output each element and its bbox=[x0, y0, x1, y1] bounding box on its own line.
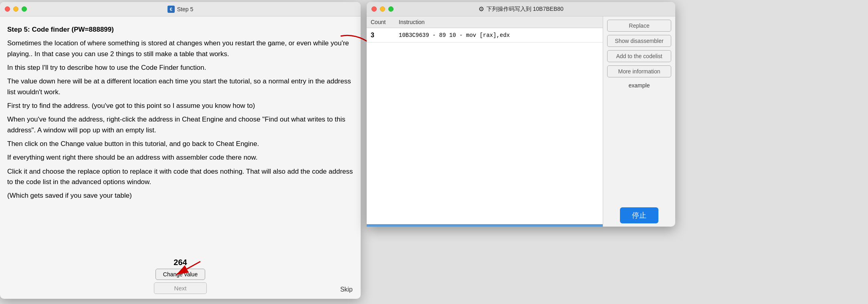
cf-traffic-lights bbox=[371, 6, 394, 12]
paragraph4: First try to find the address. (you've g… bbox=[7, 101, 353, 111]
cf-maximize-button[interactable] bbox=[388, 6, 394, 12]
paragraph9: (Which gets saved if you save your table… bbox=[7, 191, 353, 201]
cf-table-header: Count Instruction bbox=[367, 16, 603, 28]
next-button[interactable]: Next bbox=[154, 282, 207, 294]
cf-close-button[interactable] bbox=[371, 6, 377, 12]
cf-window-title: ⚙ 下列操作码写入到 10B7BEB80 bbox=[478, 5, 563, 13]
step-heading: Step 5: Code finder (PW=888899) bbox=[7, 26, 114, 33]
paragraph7: If everything went right there should be… bbox=[7, 152, 353, 163]
paragraph8: Click it and choose the replace option t… bbox=[7, 166, 353, 188]
cf-titlebar: ⚙ 下列操作码写入到 10B7BEB80 bbox=[367, 2, 675, 16]
traffic-lights bbox=[5, 6, 27, 12]
cf-minimize-button[interactable] bbox=[380, 6, 385, 12]
window-title-text: Step 5 bbox=[177, 6, 193, 12]
example-label: example bbox=[607, 82, 671, 89]
maximize-button[interactable] bbox=[22, 6, 27, 12]
paragraph1: Sometimes the location of where somethin… bbox=[7, 38, 353, 59]
tutorial-bottom-area: 264 Change value Next Skip bbox=[0, 254, 361, 299]
table-row[interactable]: 3 10B3C9639 - 89 10 - mov [rax],edx bbox=[367, 28, 603, 43]
tutorial-text-block: Step 5: Code finder (PW=888899) Sometime… bbox=[7, 24, 353, 201]
gear-icon: ⚙ bbox=[478, 5, 484, 13]
cf-title-text: 下列操作码写入到 10B7BEB80 bbox=[486, 6, 563, 13]
stop-button[interactable]: 停止 bbox=[620, 207, 658, 223]
add-to-codelist-button[interactable]: Add to the codelist bbox=[607, 50, 671, 62]
row-instruction: 10B3C9639 - 89 10 - mov [rax],edx bbox=[399, 32, 599, 39]
window-title: € Step 5 bbox=[168, 6, 193, 13]
paragraph2: In this step I'll try to describe how to… bbox=[7, 63, 353, 73]
col-count-header: Count bbox=[371, 19, 399, 25]
replace-button[interactable]: Replace bbox=[607, 20, 671, 32]
tutorial-window: € Step 5 Step 5: Code finder (PW=888899)… bbox=[0, 2, 361, 299]
cf-instruction-panel: Count Instruction 3 10B3C9639 - 89 10 - … bbox=[367, 16, 603, 227]
cf-body: Count Instruction 3 10B3C9639 - 89 10 - … bbox=[367, 16, 675, 227]
cheat-engine-icon: € bbox=[168, 6, 175, 13]
col-instruction-header: Instruction bbox=[399, 19, 599, 25]
cf-buttons-panel: Replace Show disassembler Add to the cod… bbox=[603, 16, 675, 227]
minimize-button[interactable] bbox=[13, 6, 18, 12]
selected-bar bbox=[367, 224, 603, 227]
codefinder-window: ⚙ 下列操作码写入到 10B7BEB80 Count Instruction 3… bbox=[367, 2, 675, 227]
row-count: 3 bbox=[371, 32, 399, 39]
skip-label[interactable]: Skip bbox=[340, 286, 353, 293]
tutorial-titlebar: € Step 5 bbox=[0, 2, 361, 16]
more-information-button[interactable]: More information bbox=[607, 65, 671, 77]
paragraph3: The value down here will be at a differe… bbox=[7, 76, 353, 97]
current-value: 264 bbox=[174, 258, 187, 267]
tutorial-content-area: Step 5: Code finder (PW=888899) Sometime… bbox=[0, 16, 361, 254]
paragraph6: Then click on the Change value button in… bbox=[7, 139, 353, 149]
paragraph5: When you've found the address, right-cli… bbox=[7, 114, 353, 136]
change-value-button[interactable]: Change value bbox=[155, 269, 205, 280]
show-disassembler-button[interactable]: Show disassembler bbox=[607, 35, 671, 47]
close-button[interactable] bbox=[5, 6, 10, 12]
